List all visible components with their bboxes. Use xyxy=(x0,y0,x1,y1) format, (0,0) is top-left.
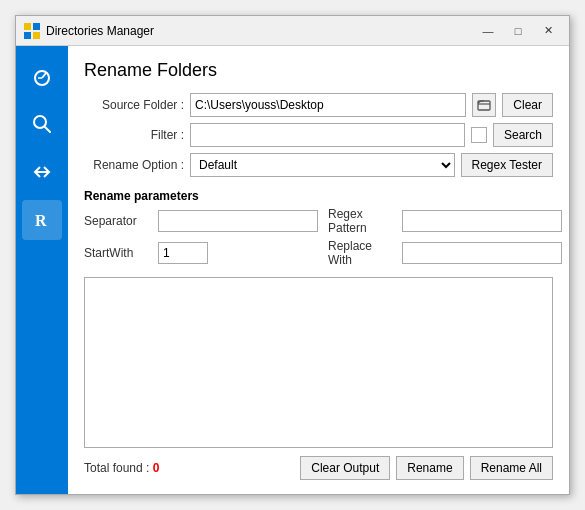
filter-checkbox[interactable] xyxy=(471,127,487,143)
rename-option-select[interactable]: Default Prefix Suffix Replace xyxy=(190,153,455,177)
source-folder-row: Source Folder : Clear xyxy=(84,93,553,117)
title-bar: Directories Manager — □ ✕ xyxy=(16,16,569,46)
replace-with-input[interactable] xyxy=(402,242,562,264)
source-folder-label: Source Folder : xyxy=(84,98,184,112)
main-content: Rename Folders Source Folder : Clear Fil… xyxy=(68,46,569,494)
main-window: Directories Manager — □ ✕ xyxy=(15,15,570,495)
separator-row: Separator xyxy=(84,207,318,235)
replace-with-row: Replace With xyxy=(328,239,562,267)
svg-line-8 xyxy=(45,127,50,132)
browse-button[interactable] xyxy=(472,93,496,117)
separator-input[interactable] xyxy=(158,210,318,232)
sidebar-item-search[interactable] xyxy=(22,104,62,144)
output-area xyxy=(84,277,553,448)
separator-label: Separator xyxy=(84,214,154,228)
total-found: Total found : 0 xyxy=(84,461,292,475)
window-body: R Rename Folders Source Folder : Clear xyxy=(16,46,569,494)
rename-params-title: Rename parameters xyxy=(84,189,553,203)
start-with-row: StartWith xyxy=(84,239,318,267)
bottom-bar: Total found : 0 Clear Output Rename Rena… xyxy=(84,456,553,480)
svg-line-5 xyxy=(42,73,46,78)
total-found-label: Total found : xyxy=(84,461,149,475)
rename-option-label: Rename Option : xyxy=(84,158,184,172)
app-icon xyxy=(24,23,40,39)
start-with-input[interactable] xyxy=(158,242,208,264)
window-title: Directories Manager xyxy=(46,24,475,38)
close-button[interactable]: ✕ xyxy=(535,21,561,41)
source-folder-input[interactable] xyxy=(190,93,466,117)
filter-label: Filter : xyxy=(84,128,184,142)
clear-button[interactable]: Clear xyxy=(502,93,553,117)
minimize-button[interactable]: — xyxy=(475,21,501,41)
filter-input[interactable] xyxy=(190,123,465,147)
total-found-value: 0 xyxy=(153,461,160,475)
sidebar-item-speed[interactable] xyxy=(22,56,62,96)
svg-rect-2 xyxy=(24,32,31,39)
sidebar-item-rtool[interactable]: R xyxy=(22,200,62,240)
start-with-label: StartWith xyxy=(84,246,154,260)
sidebar-item-rename[interactable] xyxy=(22,152,62,192)
params-grid: Separator Regex Pattern StartWith Replac… xyxy=(84,207,553,267)
filter-row: Filter : Search xyxy=(84,123,553,147)
regex-pattern-input[interactable] xyxy=(402,210,562,232)
svg-rect-3 xyxy=(33,32,40,39)
sidebar: R xyxy=(16,46,68,494)
svg-rect-0 xyxy=(24,23,31,30)
replace-with-label: Replace With xyxy=(328,239,398,267)
clear-output-button[interactable]: Clear Output xyxy=(300,456,390,480)
maximize-button[interactable]: □ xyxy=(505,21,531,41)
search-button[interactable]: Search xyxy=(493,123,553,147)
svg-rect-1 xyxy=(33,23,40,30)
rename-option-row: Rename Option : Default Prefix Suffix Re… xyxy=(84,153,553,177)
svg-point-7 xyxy=(34,116,46,128)
regex-tester-button[interactable]: Regex Tester xyxy=(461,153,553,177)
svg-text:R: R xyxy=(35,212,47,229)
rename-button[interactable]: Rename xyxy=(396,456,463,480)
page-title: Rename Folders xyxy=(84,60,553,81)
rename-all-button[interactable]: Rename All xyxy=(470,456,553,480)
action-buttons: Clear Output Rename Rename All xyxy=(300,456,553,480)
regex-pattern-label: Regex Pattern xyxy=(328,207,398,235)
window-controls: — □ ✕ xyxy=(475,21,561,41)
regex-pattern-row: Regex Pattern xyxy=(328,207,562,235)
